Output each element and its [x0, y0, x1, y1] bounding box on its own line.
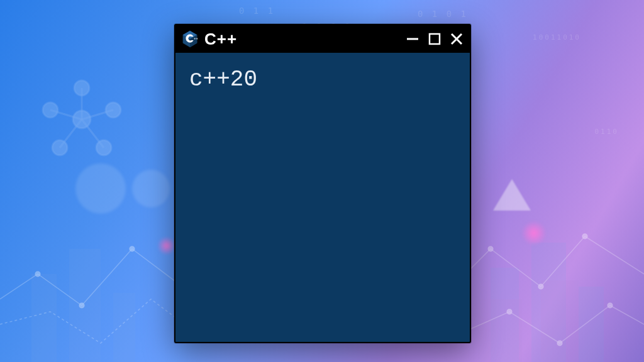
svg-point-24	[538, 284, 543, 289]
matrix-digits: 10011010	[533, 31, 581, 44]
glow-spot	[521, 221, 547, 246]
svg-rect-35	[430, 34, 440, 44]
svg-point-23	[488, 246, 493, 251]
svg-line-8	[82, 119, 104, 148]
window-title: C++	[204, 30, 401, 49]
svg-rect-13	[113, 293, 135, 362]
bg-circle	[132, 170, 170, 207]
svg-rect-18	[541, 280, 579, 362]
svg-point-19	[35, 272, 40, 277]
svg-point-21	[130, 246, 135, 251]
svg-rect-14	[491, 268, 519, 362]
svg-rect-11	[31, 274, 57, 362]
svg-text:+: +	[196, 37, 198, 40]
svg-line-7	[82, 110, 113, 119]
bg-circle	[75, 163, 126, 214]
glow-spot	[157, 236, 176, 255]
matrix-digits: 0 1 0 1	[418, 6, 468, 22]
svg-point-1	[74, 80, 89, 96]
svg-point-2	[106, 102, 121, 118]
close-button[interactable]	[450, 32, 464, 46]
cpp-hex-icon: + +	[180, 30, 199, 48]
svg-point-27	[557, 341, 562, 346]
svg-point-26	[507, 309, 512, 314]
svg-rect-17	[478, 299, 522, 362]
matrix-digits: 0110	[595, 126, 619, 138]
svg-point-0	[73, 111, 91, 128]
svg-point-28	[608, 303, 613, 308]
window-controls	[406, 32, 464, 46]
svg-rect-15	[531, 243, 566, 362]
svg-point-4	[52, 140, 67, 155]
svg-point-5	[43, 102, 58, 118]
svg-point-20	[79, 303, 84, 308]
bg-triangle	[493, 179, 531, 211]
maximize-button[interactable]	[428, 33, 441, 45]
terminal-body[interactable]: c++20	[175, 53, 470, 342]
terminal-window: + + C++ c++20	[174, 24, 471, 343]
minimize-button[interactable]	[406, 32, 419, 46]
matrix-digits: 0 1 1	[239, 3, 275, 19]
terminal-output-line: c++20	[189, 65, 456, 95]
svg-point-25	[582, 234, 587, 239]
svg-point-3	[96, 140, 111, 155]
window-titlebar[interactable]: + + C++	[175, 25, 470, 53]
terminal-text: c++20	[189, 67, 257, 92]
molecule-graphic	[38, 75, 126, 163]
svg-line-10	[50, 110, 82, 119]
svg-rect-12	[69, 249, 101, 362]
svg-line-9	[60, 119, 82, 148]
svg-rect-16	[579, 287, 604, 362]
